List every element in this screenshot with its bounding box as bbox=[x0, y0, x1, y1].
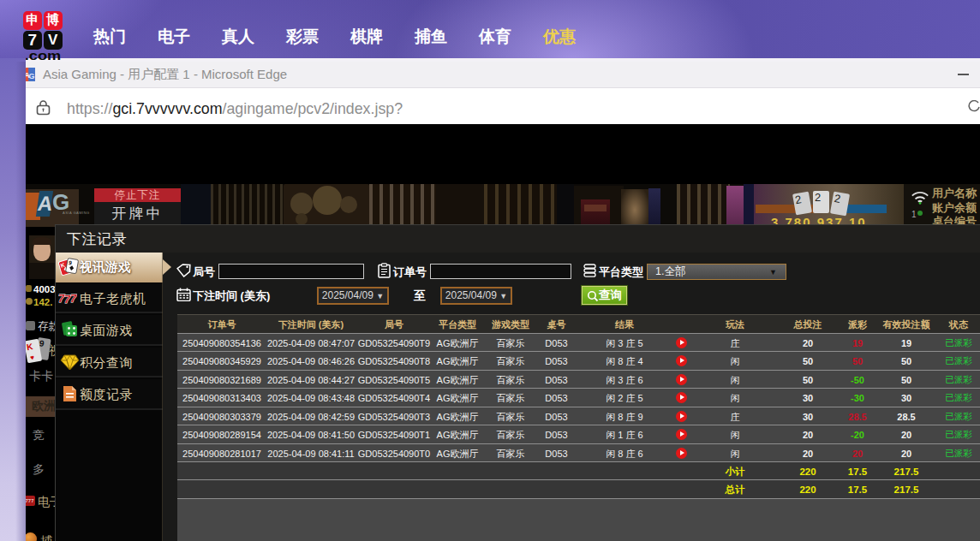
svg-text:7: 7 bbox=[70, 292, 77, 304]
svg-text:G: G bbox=[29, 72, 35, 80]
